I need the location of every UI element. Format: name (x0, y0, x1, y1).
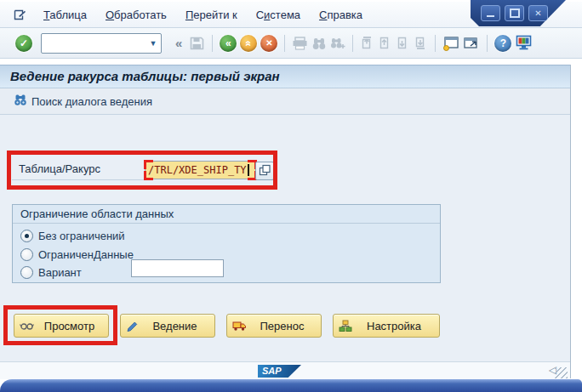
minimize-button[interactable] (481, 5, 500, 21)
enter-button[interactable]: ✓ (15, 35, 32, 52)
separator (435, 35, 436, 52)
help-button[interactable]: ? (494, 35, 511, 52)
cancel-icon: ✕ (265, 39, 272, 48)
customizing-button[interactable]: Настройка (333, 314, 440, 338)
screen-title: Ведение ракурса таблицы: первый экран (0, 65, 570, 88)
create-shortcut-icon[interactable] (463, 36, 480, 51)
standard-toolbar: ✓ ▼ « « « ✕ (0, 28, 582, 59)
maximize-button[interactable] (505, 5, 524, 21)
truck-icon (232, 320, 247, 332)
close-icon: ✕ (534, 9, 541, 18)
command-input[interactable] (42, 35, 146, 52)
find-maintenance-dialog-button[interactable]: Поиск диалога ведения (14, 94, 152, 109)
radio-label: Вариант (38, 266, 82, 279)
help-icon: ? (500, 38, 506, 48)
back-icon: « (225, 38, 231, 48)
pencil-icon (126, 320, 139, 332)
maintain-button-label: Ведение (142, 320, 214, 332)
radio-label: ОграниченДанные (38, 248, 134, 261)
sap-logo-text: SAP (262, 366, 282, 376)
customizing-button-label: Настройка (356, 320, 439, 332)
application-toolbar: Поиск диалога ведения (0, 88, 570, 115)
new-session-icon[interactable] (442, 36, 459, 51)
chevron-down-icon[interactable]: ▼ (146, 35, 161, 52)
groupbox-title: Ограничение области данных (13, 205, 440, 224)
separator (284, 35, 285, 52)
sap-gui-window: Таблица Обработать Перейти к Система Спр… (0, 0, 582, 392)
separator (352, 35, 353, 52)
radio-icon (20, 230, 33, 242)
resize-grip-icon[interactable] (555, 367, 568, 378)
sap-logo: SAP (258, 365, 301, 378)
save-icon[interactable] (189, 36, 205, 51)
radio-icon (20, 266, 33, 279)
maximize-icon (510, 9, 520, 18)
annotation-box-display-button (3, 305, 117, 345)
menu-help[interactable]: Справка (316, 7, 366, 23)
maintain-button[interactable]: Ведение (120, 314, 215, 338)
last-page-icon[interactable] (414, 36, 428, 50)
menu-table[interactable]: Таблица (40, 7, 90, 23)
back-button[interactable]: « (220, 35, 237, 52)
radio-variant[interactable]: Вариант (13, 265, 82, 279)
window-frame-bottom (0, 379, 582, 392)
cancel-button[interactable]: ✕ (260, 35, 277, 52)
data-scope-groupbox: Ограничение области данных Без ограничен… (12, 204, 441, 283)
close-button[interactable]: ✕ (528, 5, 548, 21)
command-field-combo: ▼ (41, 33, 162, 54)
customize-layout-icon[interactable] (515, 35, 533, 51)
screen-title-text: Ведение ракурса таблицы: первый экран (10, 69, 280, 83)
transport-button[interactable]: Перенос (226, 314, 322, 338)
print-icon[interactable] (292, 37, 308, 50)
exit-icon: « (243, 40, 254, 46)
system-menu-icon[interactable] (14, 9, 26, 20)
first-page-icon[interactable] (360, 36, 374, 50)
binoculars-icon (14, 94, 27, 109)
exit-button[interactable]: « (240, 35, 257, 52)
previous-page-icon[interactable] (378, 36, 392, 50)
radio-no-restriction[interactable]: Без ограничений (13, 229, 125, 242)
find-maintenance-dialog-label: Поиск диалога ведения (31, 95, 152, 108)
status-bar: SAP ◁ (0, 361, 570, 379)
separator (487, 35, 488, 52)
menu-system[interactable]: Система (253, 7, 304, 23)
check-icon: ✓ (20, 38, 28, 48)
annotation-box-field (7, 151, 277, 190)
minimize-icon (487, 15, 494, 17)
radio-restricted-data[interactable]: ОграниченДанные (13, 247, 134, 261)
find-icon[interactable] (311, 37, 327, 50)
transport-button-label: Перенос (250, 320, 321, 332)
collapse-icon[interactable]: « (175, 36, 182, 50)
separator (212, 35, 213, 52)
menu-goto[interactable]: Перейти к (182, 7, 241, 23)
find-next-icon[interactable] (330, 37, 345, 50)
radio-label: Без ограничений (38, 230, 125, 242)
variant-input[interactable] (131, 259, 224, 277)
radio-icon (20, 248, 33, 261)
next-page-icon[interactable] (396, 36, 410, 50)
menu-edit[interactable]: Обработать (102, 7, 170, 23)
hierarchy-icon (339, 320, 352, 332)
screen-area: Ведение ракурса таблицы: первый экран По… (0, 65, 571, 378)
